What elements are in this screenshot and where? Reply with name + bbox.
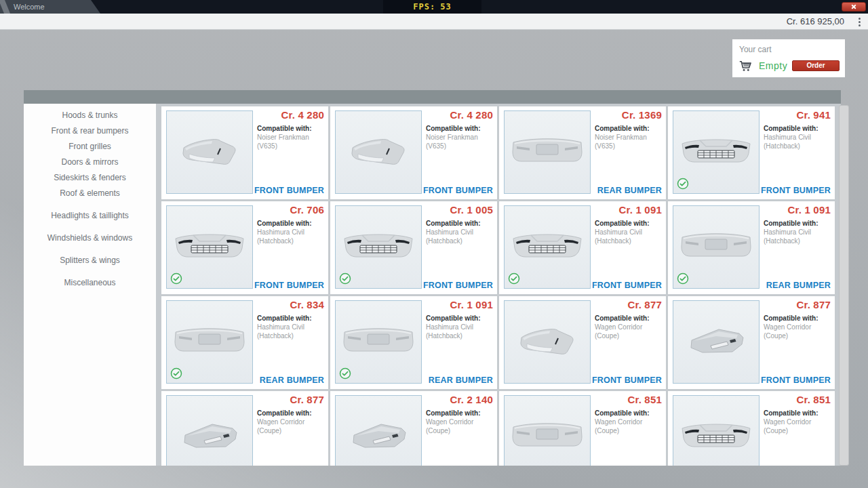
part-thumbnail [504, 205, 591, 289]
part-card[interactable]: Cr. 2 140 Compatible with: Wagen Corrido… [330, 391, 497, 466]
close-button[interactable] [842, 2, 866, 12]
part-price: Cr. 1369 [595, 109, 662, 121]
part-card[interactable]: Cr. 877 Compatible with: Wagen Corridor … [668, 296, 835, 389]
owned-check-icon [339, 272, 351, 285]
part-card[interactable]: Cr. 1 091 Compatible with: Hashimura Civ… [499, 201, 666, 294]
part-thumbnail [335, 395, 422, 466]
part-card[interactable]: Cr. 851 Compatible with: Wagen Corridor … [668, 391, 835, 466]
sidebar-category-item[interactable]: Headlights & taillights [24, 208, 156, 224]
part-thumbnail [673, 205, 760, 289]
sidebar-category-item[interactable]: Sideskirts & fenders [24, 170, 156, 186]
compatible-label: Compatible with: [426, 409, 493, 417]
part-card[interactable]: Cr. 877 Compatible with: Wagen Corridor … [499, 296, 666, 389]
compatible-vehicle: Noiser Frankman (V635) [426, 133, 493, 150]
sidebar-item-label: Doors & mirrors [61, 157, 118, 167]
sidebar-category-item[interactable]: Doors & mirrors [24, 155, 156, 170]
sidebar-item-label: Front & rear bumpers [51, 126, 128, 136]
part-price: Cr. 1 091 [595, 204, 662, 216]
owned-check-icon [508, 272, 520, 285]
sidebar-category-item[interactable]: Hoods & trunks [24, 108, 156, 123]
compatible-label: Compatible with: [257, 314, 324, 322]
sidebar-category-item[interactable]: Front grilles [24, 139, 156, 155]
part-type-label: FRONT BUMPER [592, 281, 662, 290]
compatible-label: Compatible with: [426, 125, 493, 132]
bumper-image [675, 415, 757, 458]
category-sidebar: Hoods & trunks Front & rear bumpers Fron… [24, 104, 156, 466]
part-card[interactable]: Cr. 706 Compatible with: Hashimura Civil… [161, 201, 328, 294]
fps-label: FPS: [413, 2, 435, 12]
bumper-image [169, 225, 250, 268]
compatible-vehicle: Wagen Corridor (Coupe) [764, 418, 831, 435]
part-card[interactable]: Cr. 4 280 Compatible with: Noiser Frankm… [330, 106, 497, 199]
part-card[interactable]: Cr. 4 280 Compatible with: Noiser Frankm… [161, 106, 328, 199]
part-thumbnail [504, 300, 591, 384]
order-button[interactable]: Order [792, 60, 840, 71]
kebab-menu-icon[interactable] [859, 16, 861, 27]
sidebar-item-label: Headlights & taillights [51, 211, 129, 220]
bumper-image [507, 130, 588, 174]
part-card[interactable]: Cr. 834 Compatible with: Hashimura Civil… [161, 296, 328, 389]
bumper-image [675, 130, 757, 174]
part-price: Cr. 877 [595, 299, 662, 310]
close-icon [851, 4, 856, 9]
cart-panel: Your cart Empty Order [732, 39, 845, 77]
vertical-scrollbar[interactable] [839, 105, 849, 466]
part-card[interactable]: Cr. 1 005 Compatible with: Hashimura Civ… [330, 201, 497, 294]
part-price: Cr. 4 280 [426, 109, 493, 121]
part-thumbnail [673, 300, 760, 384]
part-card[interactable]: Cr. 877 Compatible with: Wagen Corridor … [161, 391, 328, 466]
compatible-vehicle: Wagen Corridor (Coupe) [257, 418, 324, 435]
tab-welcome[interactable]: Welcome [0, 0, 100, 14]
compatible-label: Compatible with: [257, 220, 324, 227]
part-price: Cr. 851 [764, 394, 831, 405]
compatible-label: Compatible with: [764, 409, 831, 417]
fps-counter: FPS:53 [383, 0, 481, 14]
sidebar-category-item[interactable]: Windshields & windows [24, 230, 156, 246]
sidebar-item-label: Front grilles [68, 142, 111, 151]
compatible-vehicle: Wagen Corridor (Coupe) [426, 418, 493, 435]
compatible-label: Compatible with: [426, 314, 493, 322]
part-card[interactable]: Cr. 941 Compatible with: Hashimura Civil… [668, 106, 835, 199]
part-type-label: REAR BUMPER [597, 186, 662, 195]
sidebar-category-item[interactable]: Miscellaneous [24, 275, 156, 291]
compatible-vehicle: Wagen Corridor (Coupe) [595, 323, 662, 340]
part-type-label: FRONT BUMPER [254, 186, 324, 195]
part-card[interactable]: Cr. 1 091 Compatible with: Hashimura Civ… [668, 201, 835, 294]
part-card[interactable]: Cr. 851 Compatible with: Wagen Corridor … [499, 391, 666, 466]
part-card[interactable]: Cr. 1369 Compatible with: Noiser Frankma… [499, 106, 666, 199]
sidebar-category-item[interactable]: Splitters & wings [24, 253, 156, 268]
compatible-label: Compatible with: [595, 409, 662, 417]
sidebar-category-item[interactable]: Front & rear bumpers [24, 123, 156, 139]
owned-check-icon [677, 178, 689, 190]
compatible-label: Compatible with: [764, 314, 831, 322]
compatible-label: Compatible with: [764, 125, 831, 132]
compatible-vehicle: Noiser Frankman (V635) [257, 133, 324, 150]
bumper-image [675, 225, 757, 268]
part-type-label: FRONT BUMPER [761, 375, 831, 385]
compatible-label: Compatible with: [426, 220, 493, 227]
owned-check-icon [170, 272, 182, 285]
owned-check-icon [677, 272, 689, 285]
compatible-vehicle: Hashimura Civil (Hatchback) [595, 228, 662, 245]
bumper-image [338, 415, 419, 458]
part-price: Cr. 706 [257, 204, 324, 216]
sidebar-item-label: Splitters & wings [60, 256, 120, 265]
compatible-vehicle: Hashimura Civil (Hatchback) [426, 228, 493, 245]
bumper-image [338, 320, 419, 363]
fps-value: 53 [440, 2, 451, 12]
bumper-image [507, 320, 588, 363]
window-title-bar: Welcome FPS:53 [0, 0, 868, 14]
part-thumbnail [166, 205, 253, 289]
tab-label: Welcome [14, 3, 45, 11]
compatible-label: Compatible with: [764, 220, 831, 227]
bumper-image [507, 415, 588, 458]
part-price: Cr. 941 [764, 109, 831, 121]
cart-status: Empty [759, 60, 787, 71]
part-card[interactable]: Cr. 1 091 Compatible with: Hashimura Civ… [330, 296, 497, 389]
bumper-image [675, 320, 757, 363]
sidebar-category-item[interactable]: Roof & elements [24, 186, 156, 201]
sidebar-item-label: Sideskirts & fenders [54, 173, 126, 182]
sidebar-item-label: Hoods & trunks [62, 110, 117, 120]
owned-check-icon [339, 367, 351, 380]
part-type-label: REAR BUMPER [260, 375, 324, 385]
